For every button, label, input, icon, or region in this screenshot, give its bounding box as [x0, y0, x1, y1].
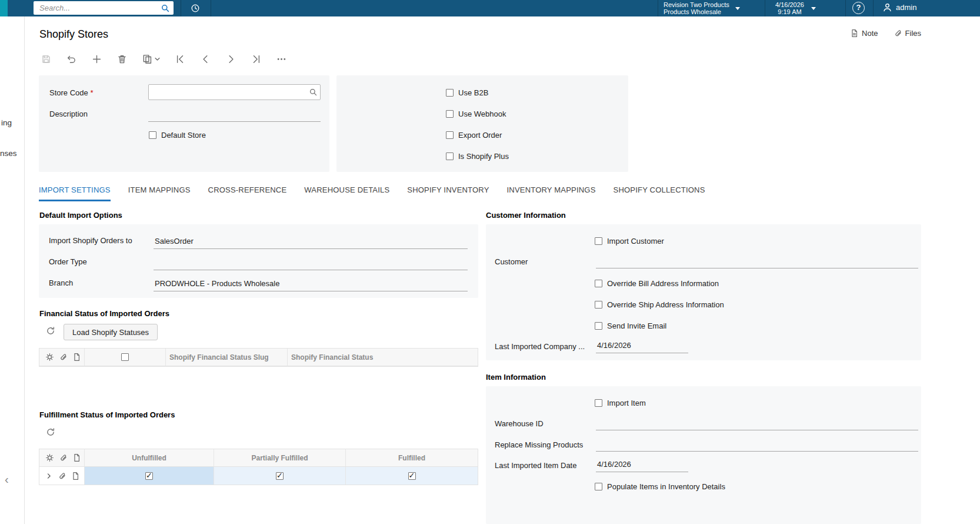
- default-import-options-panel: Import Shopify Orders to SalesOrder Orde…: [39, 224, 478, 298]
- override-bill-checkbox[interactable]: [595, 280, 602, 287]
- tab-shopify-collections[interactable]: SHOPIFY COLLECTIONS: [614, 182, 705, 201]
- section-title-customer-information: Customer Information: [486, 211, 566, 220]
- column-header-status-slug[interactable]: Shopify Financial Status Slug: [166, 349, 288, 366]
- default-store-label: Default Store: [161, 131, 206, 140]
- attach-icon[interactable]: [59, 453, 68, 462]
- financial-status-grid: Shopify Financial Status Slug Shopify Fi…: [39, 348, 478, 367]
- export-order-label: Export Order: [458, 131, 502, 140]
- menu-accent-square[interactable]: [0, 0, 8, 16]
- more-actions-button[interactable]: [276, 54, 286, 64]
- load-shopify-statuses-button[interactable]: Load Shopify Statuses: [64, 324, 158, 340]
- ellipsis-icon: [276, 54, 286, 64]
- unfulfilled-checkbox[interactable]: [145, 472, 153, 480]
- search-input[interactable]: [38, 3, 161, 13]
- financial-refresh-button[interactable]: [46, 326, 55, 336]
- go-next-button[interactable]: [226, 54, 236, 64]
- section-title-fulfillment-status: Fulfillment Status of Imported Orders: [39, 410, 175, 419]
- customer-field[interactable]: [596, 249, 918, 268]
- sidebar-collapse-button[interactable]: ‹: [5, 473, 9, 486]
- store-code-field[interactable]: [148, 84, 321, 100]
- tab-shopify-inventory[interactable]: SHOPIFY INVENTORY: [407, 182, 489, 201]
- tab-warehouse-details[interactable]: WAREHOUSE DETAILS: [304, 182, 389, 201]
- lookup-icon[interactable]: [309, 88, 318, 97]
- default-store-checkbox[interactable]: [149, 131, 156, 139]
- is-shopify-plus-checkbox[interactable]: [446, 152, 454, 160]
- store-code-input[interactable]: [152, 87, 309, 97]
- column-header-status[interactable]: Shopify Financial Status: [288, 349, 478, 366]
- column-header-partially-fulfilled[interactable]: Partially Fulfilled: [214, 449, 346, 466]
- populate-items-checkbox[interactable]: [595, 483, 602, 490]
- search-icon[interactable]: [161, 4, 170, 13]
- header-separator: [845, 0, 846, 16]
- branch-field[interactable]: PRODWHOLE - Products Wholesale: [154, 273, 468, 291]
- select-all-checkbox[interactable]: [121, 353, 129, 361]
- import-orders-to-field[interactable]: SalesOrder: [154, 230, 468, 249]
- grid-settings-icon[interactable]: [45, 453, 54, 462]
- header-separator: [873, 0, 874, 16]
- global-search[interactable]: [34, 1, 174, 15]
- replace-missing-field[interactable]: [596, 432, 918, 452]
- fulfillment-grid-row[interactable]: [39, 467, 478, 485]
- export-order-checkbox[interactable]: [446, 131, 454, 139]
- delete-button[interactable]: [117, 54, 127, 64]
- files-button[interactable]: Files: [894, 29, 921, 38]
- go-previous-button[interactable]: [201, 54, 211, 64]
- user-menu[interactable]: admin: [882, 2, 916, 12]
- app-root: Revision Two Products Products Wholesale…: [0, 0, 980, 524]
- paperclip-icon: [894, 29, 902, 38]
- row-controls: [39, 467, 85, 485]
- partially-fulfilled-checkbox[interactable]: [276, 472, 284, 480]
- tab-cross-reference[interactable]: CROSS-REFERENCE: [208, 182, 287, 201]
- cell-unfulfilled[interactable]: [85, 467, 214, 485]
- fulfillment-refresh-button[interactable]: [46, 427, 55, 437]
- summary-panel-right: Use B2B Use Webhook Export Order Is Shop…: [336, 75, 628, 172]
- sidebar-item-partial-bottom[interactable]: nses: [0, 149, 17, 158]
- save-button[interactable]: [41, 54, 51, 64]
- tab-import-settings[interactable]: IMPORT SETTINGS: [39, 182, 111, 201]
- import-item-checkbox[interactable]: [595, 399, 602, 407]
- customer-information-panel: Import Customer Customer Override Bill A…: [486, 224, 921, 360]
- use-b2b-checkbox[interactable]: [446, 89, 454, 97]
- column-header-fulfilled[interactable]: Fulfilled: [346, 449, 478, 466]
- attach-icon[interactable]: [59, 353, 68, 362]
- go-first-button[interactable]: [175, 54, 185, 64]
- use-webhook-checkbox[interactable]: [446, 110, 454, 118]
- tab-inventory-mappings[interactable]: INVENTORY MAPPINGS: [507, 182, 596, 201]
- warehouse-id-label: Warehouse ID: [495, 419, 544, 428]
- export-file-icon[interactable]: [72, 453, 81, 462]
- grid-settings-icon[interactable]: [45, 353, 54, 362]
- select-all-column-header[interactable]: [85, 349, 166, 366]
- cell-fulfilled[interactable]: [346, 467, 478, 485]
- add-new-button[interactable]: [92, 54, 102, 64]
- warehouse-id-field[interactable]: [596, 411, 918, 430]
- copy-paste-button[interactable]: [142, 54, 160, 64]
- override-ship-checkbox[interactable]: [595, 301, 602, 309]
- help-button[interactable]: ?: [852, 2, 865, 14]
- flag-row: Export Order: [446, 131, 502, 140]
- row-selector-icon[interactable]: [45, 472, 53, 480]
- date-time-selector[interactable]: 4/16/2026 9:19 AM: [775, 1, 816, 15]
- order-type-field[interactable]: [154, 251, 468, 270]
- import-customer-checkbox[interactable]: [595, 237, 602, 245]
- branch-label: Branch: [49, 278, 73, 287]
- business-date-clock-button[interactable]: [191, 4, 200, 13]
- note-button[interactable]: Note: [850, 29, 878, 38]
- tab-item-mappings[interactable]: ITEM MAPPINGS: [128, 182, 191, 201]
- export-file-icon[interactable]: [72, 353, 81, 362]
- cancel-button[interactable]: [66, 54, 76, 64]
- note-file-icon[interactable]: [71, 472, 80, 480]
- column-header-unfulfilled[interactable]: Unfulfilled: [85, 449, 214, 466]
- sidebar-item-partial-top[interactable]: ing: [1, 118, 12, 127]
- go-last-button[interactable]: [251, 54, 261, 64]
- override-ship-label: Override Ship Address Information: [607, 300, 724, 309]
- send-invite-checkbox[interactable]: [595, 322, 602, 330]
- last-imported-company-field[interactable]: 4/16/2026: [596, 334, 688, 353]
- company-branch-selector[interactable]: Revision Two Products Products Wholesale: [664, 1, 740, 15]
- last-imported-item-field[interactable]: 4/16/2026: [596, 453, 688, 472]
- import-customer-row: Import Customer: [595, 237, 664, 246]
- description-field[interactable]: [148, 106, 321, 122]
- cell-partially-fulfilled[interactable]: [214, 467, 346, 485]
- fulfilled-checkbox[interactable]: [408, 472, 416, 480]
- attach-icon[interactable]: [58, 472, 66, 480]
- populate-items-row: Populate Items in Inventory Details: [595, 482, 725, 491]
